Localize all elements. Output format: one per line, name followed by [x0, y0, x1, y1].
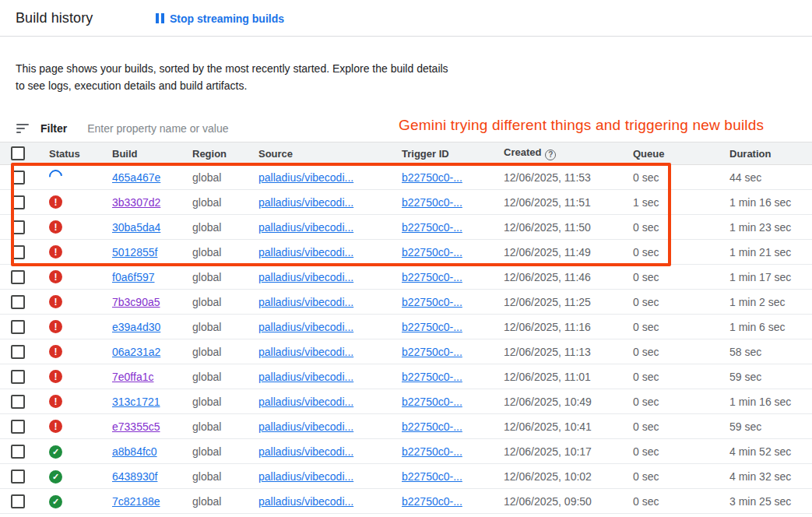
build-link[interactable]: f0a6f597	[112, 271, 155, 283]
trigger-cell: b22750c0-...	[402, 171, 504, 184]
source-link[interactable]: palladius/vibecodi...	[258, 470, 353, 483]
queue-cell: 0 sec	[633, 495, 729, 508]
created-cell: 12/06/2025, 10:02	[504, 470, 633, 483]
page-header: Build history Stop streaming builds	[0, 0, 812, 37]
col-source[interactable]: Source	[258, 148, 402, 160]
checkbox-cell	[0, 220, 49, 234]
trigger-link[interactable]: b22750c0-...	[402, 171, 462, 184]
build-link[interactable]: 465a467e	[112, 171, 160, 184]
build-link[interactable]: 3b3307d2	[112, 196, 160, 209]
source-link[interactable]: palladius/vibecodi...	[258, 346, 353, 358]
row-checkbox[interactable]	[11, 245, 25, 259]
row-checkbox[interactable]	[11, 494, 25, 508]
select-all-checkbox[interactable]	[11, 146, 25, 160]
checkbox-cell	[0, 345, 49, 359]
source-link[interactable]: palladius/vibecodi...	[258, 196, 353, 209]
trigger-cell: b22750c0-...	[402, 321, 504, 333]
source-link[interactable]: palladius/vibecodi...	[258, 271, 353, 283]
source-link[interactable]: palladius/vibecodi...	[258, 321, 353, 333]
trigger-link[interactable]: b22750c0-...	[402, 445, 462, 458]
build-cell: 3b3307d2	[112, 196, 192, 209]
trigger-cell: b22750c0-...	[402, 346, 504, 358]
row-checkbox[interactable]	[11, 445, 25, 459]
build-cell: 6438930f	[112, 470, 192, 483]
trigger-link[interactable]: b22750c0-...	[402, 296, 462, 308]
pause-icon	[156, 13, 164, 23]
created-cell: 12/06/2025, 11:01	[504, 371, 633, 383]
region-cell: global	[192, 346, 258, 358]
col-region[interactable]: Region	[192, 148, 258, 160]
error-icon: !	[49, 370, 62, 383]
help-icon[interactable]: ?	[545, 149, 556, 160]
duration-cell: 58 sec	[729, 346, 812, 358]
table-row: !5012855fglobalpalladius/vibecodi...b227…	[0, 240, 812, 265]
status-cell: !	[49, 370, 112, 384]
source-cell: palladius/vibecodi...	[258, 470, 402, 483]
row-checkbox[interactable]	[11, 320, 25, 334]
build-link[interactable]: a8b84fc0	[112, 445, 157, 458]
col-trigger[interactable]: Trigger ID	[402, 148, 504, 160]
region-cell: global	[192, 246, 258, 258]
trigger-link[interactable]: b22750c0-...	[402, 420, 462, 433]
col-build[interactable]: Build	[112, 148, 192, 160]
queue-cell: 0 sec	[633, 296, 729, 308]
source-link[interactable]: palladius/vibecodi...	[258, 171, 353, 184]
trigger-cell: b22750c0-...	[402, 495, 504, 508]
row-checkbox[interactable]	[11, 420, 25, 434]
build-link[interactable]: 7c82188e	[112, 495, 160, 508]
source-link[interactable]: palladius/vibecodi...	[258, 371, 353, 383]
trigger-link[interactable]: b22750c0-...	[402, 470, 462, 483]
trigger-link[interactable]: b22750c0-...	[402, 346, 462, 358]
checkbox-cell	[0, 420, 49, 434]
build-link[interactable]: 5012855f	[112, 246, 157, 258]
source-link[interactable]: palladius/vibecodi...	[258, 396, 353, 408]
trigger-link[interactable]: b22750c0-...	[402, 196, 462, 209]
row-checkbox[interactable]	[11, 370, 25, 384]
error-icon: !	[49, 270, 62, 283]
row-checkbox[interactable]	[11, 171, 25, 185]
trigger-link[interactable]: b22750c0-...	[402, 321, 462, 333]
build-link[interactable]: 6438930f	[112, 470, 157, 483]
status-cell: !	[49, 270, 112, 284]
build-link[interactable]: 30ba5da4	[112, 221, 160, 234]
trigger-cell: b22750c0-...	[402, 221, 504, 234]
build-link[interactable]: 313c1721	[112, 396, 160, 408]
build-link[interactable]: e39a4d30	[112, 321, 160, 333]
source-link[interactable]: palladius/vibecodi...	[258, 420, 353, 433]
source-link[interactable]: palladius/vibecodi...	[258, 495, 353, 508]
build-cell: a8b84fc0	[112, 445, 192, 458]
row-checkbox[interactable]	[11, 345, 25, 359]
trigger-link[interactable]: b22750c0-...	[402, 246, 462, 258]
build-cell: 5012855f	[112, 246, 192, 258]
build-link[interactable]: e73355c5	[112, 420, 160, 433]
row-checkbox[interactable]	[11, 220, 25, 234]
col-queue[interactable]: Queue	[633, 148, 729, 160]
col-duration[interactable]: Duration	[729, 148, 812, 160]
trigger-link[interactable]: b22750c0-...	[402, 221, 462, 234]
col-status[interactable]: Status	[49, 148, 112, 160]
build-link[interactable]: 7b3c90a5	[112, 296, 160, 308]
row-checkbox[interactable]	[11, 295, 25, 309]
trigger-link[interactable]: b22750c0-...	[402, 271, 462, 283]
region-cell: global	[192, 371, 258, 383]
row-checkbox[interactable]	[11, 395, 25, 409]
trigger-link[interactable]: b22750c0-...	[402, 495, 462, 508]
source-link[interactable]: palladius/vibecodi...	[258, 445, 353, 458]
source-link[interactable]: palladius/vibecodi...	[258, 246, 353, 258]
trigger-link[interactable]: b22750c0-...	[402, 396, 462, 408]
row-checkbox[interactable]	[11, 470, 25, 484]
status-cell	[49, 170, 112, 185]
build-link[interactable]: 06a231a2	[112, 346, 160, 358]
region-cell: global	[192, 196, 258, 209]
duration-cell: 44 sec	[729, 171, 812, 184]
stop-streaming-button[interactable]: Stop streaming builds	[156, 0, 284, 37]
queue-cell: 0 sec	[633, 420, 729, 433]
build-link[interactable]: 7e0ffa1c	[112, 371, 153, 383]
source-link[interactable]: palladius/vibecodi...	[258, 221, 353, 234]
source-link[interactable]: palladius/vibecodi...	[258, 296, 353, 308]
row-checkbox[interactable]	[11, 195, 25, 209]
created-cell: 12/06/2025, 11:51	[504, 196, 633, 209]
trigger-link[interactable]: b22750c0-...	[402, 371, 462, 383]
row-checkbox[interactable]	[11, 270, 25, 284]
col-created[interactable]: Created?	[504, 146, 633, 160]
